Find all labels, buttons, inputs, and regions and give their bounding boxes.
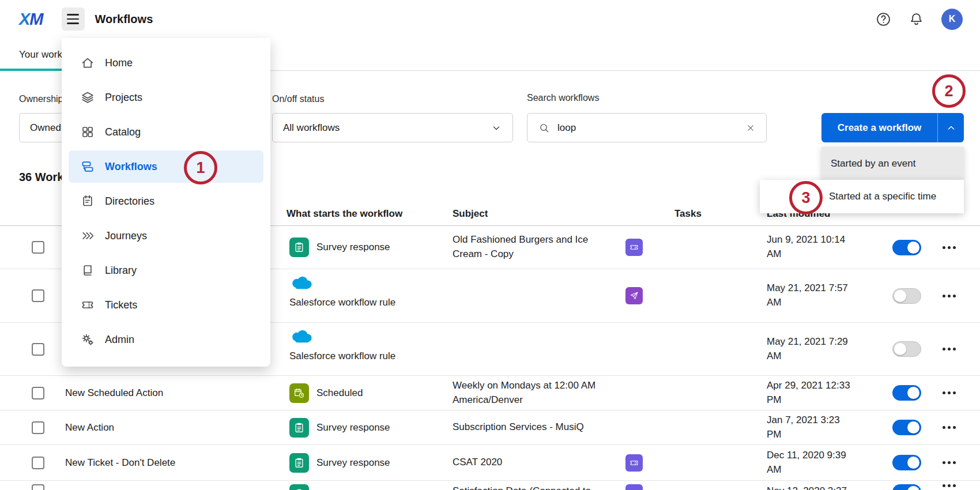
- row-checkbox[interactable]: [32, 421, 44, 434]
- row-actions-button[interactable]: [937, 391, 980, 394]
- row-actions-button[interactable]: [937, 481, 980, 487]
- nav-item-journeys[interactable]: Journeys: [69, 220, 263, 252]
- admin-icon: [81, 333, 95, 346]
- workflow-subject: Old Fashioned Burgers and Ice Cream - Co…: [453, 233, 625, 261]
- nav-item-tickets[interactable]: Tickets: [69, 289, 263, 321]
- starter-label: Survey response: [316, 242, 390, 253]
- ownership-label: Ownership: [19, 94, 63, 104]
- workflow-toggle[interactable]: [892, 420, 921, 435]
- status-select[interactable]: All workflows: [272, 113, 513, 142]
- search-box: [527, 113, 767, 142]
- workflow-toggle[interactable]: [892, 484, 921, 490]
- workflows-icon: [81, 160, 95, 174]
- ticket-task-icon[interactable]: [625, 454, 643, 472]
- row-checkbox[interactable]: [32, 343, 44, 356]
- library-icon: [81, 263, 95, 277]
- row-actions-button[interactable]: [937, 426, 980, 429]
- workflow-toggle[interactable]: [892, 385, 921, 401]
- send-task-icon[interactable]: [625, 287, 643, 304]
- search-input[interactable]: [557, 122, 738, 134]
- row-checkbox[interactable]: [32, 484, 44, 490]
- search-icon: [538, 122, 550, 134]
- survey-response-icon: [289, 418, 309, 438]
- row-actions-button[interactable]: [937, 295, 980, 297]
- survey-response-icon: [289, 453, 309, 473]
- nav-item-workflows[interactable]: Workflows: [69, 150, 263, 183]
- salesforce-icon: [289, 329, 314, 345]
- row-actions-button[interactable]: [937, 246, 980, 249]
- ticket-task-icon[interactable]: [625, 484, 643, 490]
- clear-search-icon[interactable]: [745, 123, 756, 133]
- workflow-subject: Subscription Services - MusiQ: [453, 420, 625, 435]
- ticket-task-icon[interactable]: [625, 239, 643, 256]
- workflow-name[interactable]: New Scheduled Action: [61, 387, 287, 399]
- workflow-name[interactable]: [61, 481, 287, 484]
- last-modified: Jan 7, 2021 3:23 PM: [767, 413, 876, 442]
- starter-label: Survey response: [316, 457, 390, 469]
- table-row: Satisfaction Data (Connected to Manu Nov…: [0, 481, 980, 490]
- journeys-icon: [81, 229, 95, 243]
- row-checkbox[interactable]: [32, 241, 44, 254]
- last-modified: Dec 11, 2020 9:39 AM: [767, 448, 876, 477]
- survey-response-icon: [289, 238, 309, 257]
- create-workflow-label[interactable]: Create a workflow: [821, 113, 938, 142]
- starter-label: Salesforce workflow rule: [289, 350, 395, 362]
- annotation-circle-2: 2: [932, 74, 966, 108]
- catalog-icon: [81, 125, 95, 139]
- workflow-toggle[interactable]: [892, 240, 921, 255]
- table-row: New Ticket - Don't Delete Survey respons…: [0, 445, 980, 481]
- workflow-toggle[interactable]: [892, 288, 921, 304]
- col-subject: Subject: [453, 208, 625, 220]
- create-workflow-dropdown-toggle[interactable]: [938, 113, 964, 142]
- directories-icon: [81, 194, 95, 208]
- annotation-circle-3: 3: [789, 181, 823, 214]
- last-modified: Nov 12, 2020 2:27: [767, 481, 876, 490]
- starter-label: Survey response: [316, 422, 390, 434]
- starter-label: Scheduled: [316, 387, 363, 399]
- global-nav-menu: Home Projects Catalog Workflows Director…: [62, 38, 270, 367]
- workflow-subject: CSAT 2020: [453, 455, 625, 470]
- chevron-down-icon: [491, 122, 502, 134]
- col-tasks: Tasks: [625, 208, 767, 220]
- salesforce-icon: [289, 275, 314, 292]
- annotation-circle-1: 1: [184, 151, 217, 184]
- last-modified: Jun 9, 2021 10:14 AM: [767, 233, 876, 261]
- chevron-up-icon: [945, 122, 957, 134]
- workflow-toggle[interactable]: [892, 455, 921, 470]
- row-checkbox[interactable]: [32, 289, 44, 302]
- topbar-actions: K: [876, 9, 963, 30]
- scheduled-icon: [289, 383, 309, 403]
- home-icon: [81, 56, 95, 70]
- row-checkbox[interactable]: [32, 387, 44, 399]
- nav-item-projects[interactable]: Projects: [69, 81, 263, 114]
- search-label: Search workflows: [527, 93, 599, 103]
- top-bar: XM Workflows K: [0, 0, 980, 38]
- nav-item-catalog[interactable]: Catalog: [69, 116, 263, 148]
- workflow-subject: Weekly on Mondays at 12:00 AM America/De…: [453, 379, 625, 407]
- survey-response-icon: [289, 484, 309, 490]
- nav-item-library[interactable]: Library: [69, 254, 263, 287]
- create-workflow-button[interactable]: Create a workflow: [821, 113, 964, 142]
- row-checkbox[interactable]: [32, 457, 44, 469]
- menu-item-started-by-event[interactable]: Started by an event: [821, 147, 964, 180]
- table-row: New Scheduled Action Scheduled Weekly on…: [0, 376, 980, 410]
- hamburger-menu-button[interactable]: [62, 7, 85, 31]
- nav-item-admin[interactable]: Admin: [69, 323, 263, 356]
- user-avatar[interactable]: K: [941, 9, 963, 30]
- workflow-name[interactable]: New Action: [61, 422, 287, 434]
- nav-item-directories[interactable]: Directories: [69, 185, 263, 217]
- xm-logo: XM: [19, 10, 43, 29]
- table-row: New Action Survey response Subscription …: [0, 410, 980, 445]
- help-button[interactable]: [876, 12, 891, 27]
- workflow-toggle[interactable]: [892, 341, 921, 357]
- projects-icon: [81, 91, 95, 104]
- col-starter: What starts the workflow: [287, 208, 453, 220]
- last-modified: May 21, 2021 7:29 AM: [767, 335, 876, 363]
- last-modified: May 21, 2021 7:57 AM: [767, 281, 876, 310]
- row-actions-button[interactable]: [937, 461, 980, 464]
- status-label: On/off status: [272, 94, 324, 104]
- notifications-bell-button[interactable]: [909, 12, 924, 27]
- nav-item-home[interactable]: Home: [69, 47, 263, 79]
- row-actions-button[interactable]: [937, 348, 980, 350]
- workflow-name[interactable]: New Ticket - Don't Delete: [61, 457, 287, 469]
